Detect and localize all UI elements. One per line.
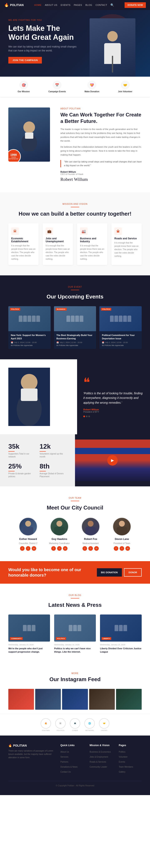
facebook-icon-1[interactable]: f	[20, 546, 25, 551]
footer-mission-title: Mission & Vision	[90, 744, 113, 747]
footer-page-link-3[interactable]: Events	[119, 761, 125, 763]
instagram-icon-1[interactable]: in	[32, 546, 36, 551]
about-section: 1998 YEARS EXPERIENCE ABOUT POLITIAN We …	[0, 97, 150, 192]
big-donation-button[interactable]: BIG DONATION	[97, 568, 122, 577]
insta-item-4[interactable]	[89, 689, 115, 710]
footer-link-services[interactable]: Services	[60, 756, 68, 758]
blog-card-2[interactable]: POLITICS Wednesday, January 14, 2026 Pol…	[54, 615, 96, 653]
facebook-icon-3[interactable]: f	[83, 546, 87, 551]
nav-pages[interactable]: PAGES	[74, 4, 82, 6]
footer-page-link-4[interactable]: Team Members	[119, 766, 133, 768]
twitter-icon-4[interactable]: t	[120, 546, 124, 551]
nav-home[interactable]: HOME	[34, 4, 41, 6]
nav-contact[interactable]: CONTACT	[96, 4, 107, 6]
facebook-icon-2[interactable]: f	[51, 546, 56, 551]
blog-crowd-2	[67, 623, 83, 633]
blog-tag: OUR BLOG	[8, 594, 142, 596]
badges-row: 🔥 POLITIAN 🏛 POLITICS 💻 CYBER 🌐 NETWORK …	[0, 714, 150, 736]
crowd-person	[36, 316, 40, 322]
instagram-icon-3[interactable]: in	[94, 546, 99, 551]
stat-number-4: 8th	[39, 462, 67, 470]
blog-date-3: Wednesday, January 14, 2026	[100, 644, 142, 646]
donation-icon-item[interactable]: 💝 Make Donation	[85, 81, 99, 93]
mission-card-4: 🛣 Roads and Service It is enough that th…	[112, 223, 142, 265]
about-photo: 1998 YEARS EXPERIENCE	[8, 107, 50, 162]
donate-nav-button[interactable]: DONATE NOW	[125, 2, 146, 8]
event-date-text-2: July 2, 2024 | 12:00 - 15:00	[60, 341, 82, 343]
footer-link-donations[interactable]: Donations & News	[60, 766, 78, 768]
footer-page-link-5[interactable]: Gallery	[119, 771, 125, 773]
instagram-icon-4[interactable]: in	[125, 546, 130, 551]
mission-card-title-1: Economic Establishment	[11, 237, 36, 243]
footer-link-about[interactable]: About Us	[60, 751, 69, 753]
mission-grid: 🏛 Economic Establishment It is enough th…	[8, 223, 142, 265]
badge-label-3: CYBER	[72, 730, 78, 731]
events-icon-item[interactable]: 📅 Campaign Events	[48, 81, 66, 93]
team-socials-3: f t in	[83, 546, 99, 551]
event-card-2[interactable]: BUSINESS The Best Strategically Build Yo…	[54, 306, 96, 349]
mission-icon-item[interactable]: 🎯 Our Mission	[18, 81, 30, 93]
instagram-icon-2[interactable]: in	[63, 546, 67, 551]
hero-cta-button[interactable]: JOIN THE CAMPAIGN	[8, 57, 42, 64]
mission-tag: MISSION AND VISION	[8, 203, 142, 205]
team-card-2: Guy Hawkins Marketing Coordinator f t in	[47, 517, 72, 551]
play-button[interactable]: ▶	[107, 455, 118, 466]
event-badge-1: POLITICS	[10, 308, 20, 311]
search-icon[interactable]: 🔍	[111, 3, 114, 7]
twitter-icon-1[interactable]: t	[26, 546, 30, 551]
donation-icon: 💝	[88, 81, 96, 89]
volunteer-icon-item[interactable]: 🤝 Join Volunteer	[118, 81, 132, 93]
stat-item-3: 25% Private & donate garden policies	[8, 462, 35, 478]
quote-right-panel: ❝ 'Politics is the art of looking for tr…	[77, 359, 150, 434]
stat-number-1: 35k	[8, 443, 35, 451]
facebook-icon-4[interactable]: f	[114, 546, 118, 551]
avatar-body-1	[23, 527, 33, 535]
insta-item-1[interactable]	[8, 689, 34, 710]
footer-mission-link-1[interactable]: Business & Economics	[90, 751, 111, 753]
blog-tag-line	[71, 598, 79, 598]
footer-link-contact[interactable]: Contact Us	[60, 771, 71, 773]
events-tag: OUR EVENT	[8, 286, 142, 288]
team-tag-line	[71, 501, 79, 501]
insta-item-5[interactable]	[116, 689, 142, 710]
footer-link-partners[interactable]: Partners	[60, 761, 68, 763]
year-label: YEARS EXPERIENCE	[8, 156, 20, 160]
insta-item-2[interactable]	[35, 689, 61, 710]
twitter-icon-3[interactable]: t	[88, 546, 93, 551]
stat-divider-4	[39, 471, 46, 471]
nav-blog[interactable]: BLOG	[85, 4, 92, 6]
footer-page-link-2[interactable]: Volunteer	[119, 756, 127, 758]
team-socials-1: f t in	[20, 546, 36, 551]
svg-point-0	[23, 121, 35, 133]
about-person-svg	[19, 118, 39, 151]
badge-4: 🌐 NETWORK	[84, 718, 95, 731]
blog-post-title-2: Politics is why we can't have nice thing…	[54, 647, 96, 653]
footer-mission-link-2[interactable]: Jobs & Employment	[90, 756, 108, 758]
mission-card-text-3: It is enough that the people know there …	[80, 244, 104, 261]
event-crowd-2	[64, 313, 85, 324]
event-info-1: New York: Support for Women's April 2023…	[8, 331, 51, 349]
team-section: OUR TEAM Meet Our City Council Esther Ho…	[0, 486, 150, 561]
event-card-1[interactable]: POLITICS New York: Support for Women's A…	[8, 306, 51, 349]
event-card-3[interactable]: POLITICS Political Commitment for Your D…	[99, 306, 142, 349]
insta-item-3[interactable]	[62, 689, 88, 710]
business-icon: 🏭	[80, 227, 88, 235]
crowd-person	[27, 625, 31, 631]
footer-page-link-1[interactable]: Politics	[119, 751, 125, 753]
nav-logo[interactable]: 🔥 POLITIAN	[4, 3, 24, 7]
crowd-person	[123, 316, 127, 322]
quote-author: Robert Willum	[83, 408, 144, 411]
volunteer-icon: 🤝	[121, 81, 129, 89]
avatar-head-4	[119, 521, 125, 527]
footer-mission-link-4[interactable]: Community Leader	[90, 766, 107, 768]
nav-events[interactable]: EVENTS	[61, 4, 70, 6]
donor-button[interactable]: DONOR	[124, 568, 142, 577]
twitter-icon-2[interactable]: t	[57, 546, 62, 551]
team-avatar-2	[50, 517, 69, 536]
event-badge-2: BUSINESS	[56, 308, 67, 311]
nav-about[interactable]: ABOUT US	[45, 4, 57, 6]
footer-mission-link-3[interactable]: Roads & Services	[90, 761, 106, 763]
quote-dot-2	[86, 415, 88, 417]
blog-card-3[interactable]: LIBERTY Wednesday, January 14, 2026 Libe…	[100, 615, 142, 653]
blog-card-1[interactable]: COMMUNITY Wednesday, January 14, 2026 We…	[8, 615, 50, 653]
